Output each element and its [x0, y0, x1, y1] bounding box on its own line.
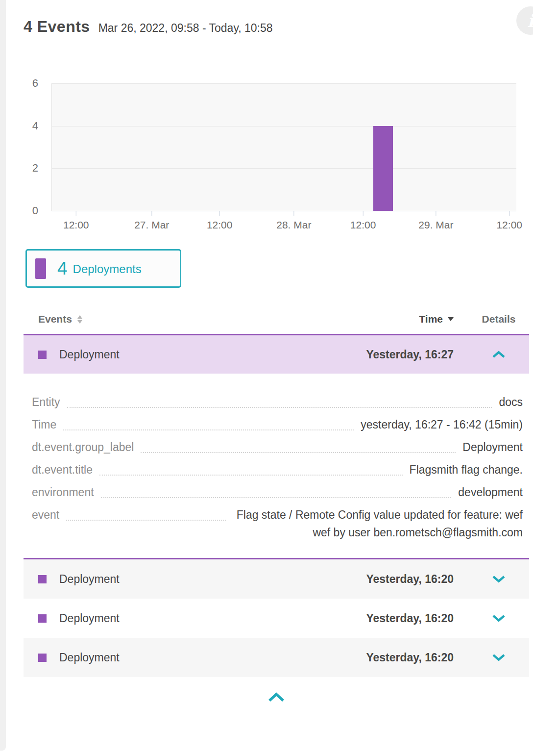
table-row[interactable]: Deployment Yesterday, 16:20	[24, 599, 529, 638]
expand-button[interactable]	[468, 654, 529, 661]
deployment-marker-icon	[38, 351, 47, 359]
y-tick-label: 4	[32, 120, 38, 132]
info-icon[interactable]: i	[516, 6, 533, 35]
detail-row: Entity docs	[32, 393, 523, 411]
detail-key: event	[32, 506, 59, 524]
detail-row: Time yesterday, 16:27 - 16:42 (15min)	[32, 416, 523, 433]
collapse-panel-button[interactable]	[24, 692, 529, 703]
detail-value: development	[458, 483, 523, 501]
chevron-down-icon	[491, 654, 506, 661]
legend-deployments-toggle[interactable]: 4 Deployments	[25, 249, 181, 288]
tick-mark	[293, 211, 294, 216]
detail-value: Flagsmith flag change.	[410, 461, 523, 479]
tick-mark	[363, 211, 363, 216]
table-row[interactable]: Deployment Yesterday, 16:20	[24, 638, 529, 677]
detail-row: environment development	[32, 483, 523, 501]
deployments-swatch-icon	[35, 258, 46, 279]
event-details: Entity docs Time yesterday, 16:27 - 16:4…	[24, 374, 529, 558]
column-header-events[interactable]: Events	[38, 313, 419, 325]
detail-key: Time	[32, 416, 56, 433]
detail-value: Deployment	[462, 438, 523, 456]
x-tick: 12:00	[63, 211, 89, 231]
event-type: Deployment	[59, 573, 366, 586]
tick-mark	[151, 211, 152, 216]
detail-row: dt.event.group_label Deployment	[32, 438, 523, 456]
event-time: Yesterday, 16:20	[366, 573, 454, 586]
chart-bar-deployments[interactable]	[373, 126, 393, 211]
event-type: Deployment	[59, 651, 366, 664]
tick-mark	[436, 211, 436, 216]
events-table: Events Time Details Deployment Yesterday…	[24, 310, 529, 703]
dotted-leader	[99, 461, 403, 476]
y-tick-label: 0	[32, 204, 38, 217]
time-range: Mar 26, 2022, 09:58 - Today, 10:58	[98, 22, 273, 35]
table-row[interactable]: Deployment Yesterday, 16:20	[24, 559, 529, 599]
gridline	[52, 83, 516, 84]
tick-mark	[509, 211, 509, 216]
detail-row: dt.event.title Flagsmith flag change.	[32, 461, 523, 479]
gridline	[52, 168, 516, 169]
detail-value: yesterday, 16:27 - 16:42 (15min)	[361, 416, 523, 433]
expand-button[interactable]	[468, 614, 529, 622]
table-row-expanded[interactable]: Deployment Yesterday, 16:27	[24, 335, 529, 374]
y-axis: 6 4 2 0	[0, 83, 43, 211]
events-chart: 6 4 2 0 12:00 27. Mar 12:00 28. Mar 12:0…	[0, 83, 533, 240]
chart-plot-area	[51, 83, 516, 211]
x-tick: 12:00	[496, 211, 522, 231]
dotted-leader	[63, 416, 354, 430]
detail-value: Flag state / Remote Config value updated…	[233, 506, 523, 541]
sort-desc-icon	[448, 317, 454, 321]
y-tick-label: 6	[32, 77, 38, 90]
event-time: Yesterday, 16:20	[366, 612, 454, 625]
tick-mark	[219, 211, 220, 216]
tick-mark	[76, 211, 76, 216]
x-axis: 12:00 27. Mar 12:00 28. Mar 12:00 29. Ma…	[51, 211, 516, 239]
detail-key: dt.event.title	[32, 461, 93, 479]
dotted-leader	[101, 483, 452, 498]
event-time: Yesterday, 16:20	[366, 651, 454, 664]
detail-key: environment	[32, 483, 94, 501]
event-type: Deployment	[59, 348, 366, 361]
chevron-up-icon	[491, 351, 506, 358]
sort-arrows-icon	[77, 315, 82, 324]
dotted-leader	[141, 438, 456, 453]
chevron-down-icon	[491, 614, 506, 622]
x-tick: 27. Mar	[134, 211, 169, 231]
event-time: Yesterday, 16:27	[366, 348, 454, 361]
deployment-marker-icon	[38, 654, 47, 662]
header: 4 Events Mar 26, 2022, 09:58 - Today, 10…	[24, 18, 273, 36]
expanded-event-block: Deployment Yesterday, 16:27 Entity docs …	[24, 334, 529, 559]
x-tick: 28. Mar	[276, 211, 311, 231]
events-panel: i 4 Events Mar 26, 2022, 09:58 - Today, …	[0, 0, 533, 756]
detail-key: Entity	[32, 393, 60, 411]
expand-button[interactable]	[468, 575, 529, 583]
collapse-button[interactable]	[468, 351, 529, 358]
dotted-leader	[67, 393, 492, 408]
chevron-up-icon	[267, 692, 286, 703]
detail-key: dt.event.group_label	[32, 438, 134, 456]
dotted-leader	[66, 506, 226, 521]
legend-label: Deployments	[73, 262, 142, 276]
table-header: Events Time Details	[24, 310, 529, 328]
gridline	[52, 126, 516, 126]
detail-row: event Flag state / Remote Config value u…	[32, 506, 523, 541]
x-tick: 29. Mar	[418, 211, 453, 231]
detail-value: docs	[499, 393, 523, 411]
x-tick: 12:00	[207, 211, 233, 231]
x-tick: 12:00	[350, 211, 376, 231]
page-title: 4 Events	[24, 18, 90, 36]
column-header-time[interactable]: Time	[419, 313, 454, 325]
deployment-marker-icon	[38, 614, 47, 623]
legend-count: 4	[57, 258, 68, 279]
column-header-details: Details	[468, 313, 529, 325]
event-type: Deployment	[59, 612, 366, 625]
chevron-down-icon	[491, 575, 506, 583]
y-tick-label: 2	[32, 162, 38, 175]
deployment-marker-icon	[38, 575, 47, 583]
